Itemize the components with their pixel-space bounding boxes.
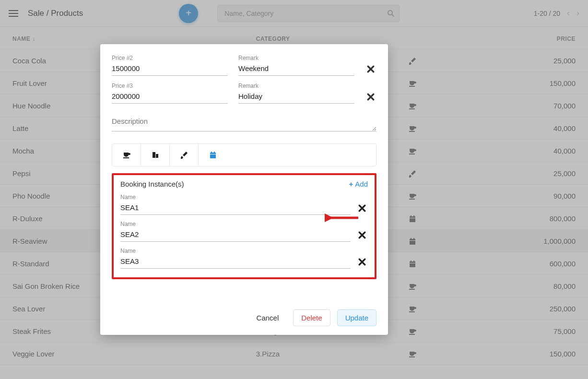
price-input[interactable] [112,62,228,76]
remark-label: Remark [238,55,354,61]
remove-instance-button[interactable] [358,203,368,215]
booking-add-button[interactable]: Add [349,180,368,188]
tab-brush[interactable] [170,144,199,166]
building-icon [152,151,159,159]
instance-name-label: Name [120,194,351,201]
booking-section: Booking Instance(s) Add NameNameName [112,173,376,279]
instance-name-label: Name [120,221,351,227]
remove-instance-button[interactable] [358,230,368,242]
delete-button[interactable]: Delete [293,309,330,326]
brush-icon [180,151,188,159]
instance-name-input[interactable] [120,228,351,242]
remark-input[interactable] [238,62,354,76]
remove-price-button[interactable] [365,64,376,76]
tab-calendar[interactable] [199,144,227,166]
remove-price-button[interactable] [365,92,376,104]
cancel-button[interactable]: Cancel [249,310,287,326]
remark-label: Remark [238,83,354,89]
remark-input[interactable] [238,90,354,104]
instance-name-label: Name [120,248,351,254]
cup-icon [123,151,130,159]
price-label: Price #3 [112,83,228,89]
remove-instance-button[interactable] [358,257,368,269]
update-button[interactable]: Update [337,309,376,326]
instance-name-input[interactable] [120,255,351,269]
booking-instance-row: Name [120,221,368,242]
tab-building[interactable] [141,144,170,166]
detail-tabs [112,143,376,166]
instance-name-input[interactable] [120,201,351,215]
price-input[interactable] [112,90,228,104]
booking-instance-row: Name [120,194,368,215]
description-input[interactable] [112,115,376,131]
price-label: Price #2 [112,55,228,61]
booking-instance-row: Name [120,248,368,269]
calendar-icon [209,151,217,159]
booking-title: Booking Instance(s) [120,180,184,188]
product-modal: Price #2RemarkPrice #3Remark Booking Ins… [100,44,388,335]
tab-cup[interactable] [112,144,141,166]
